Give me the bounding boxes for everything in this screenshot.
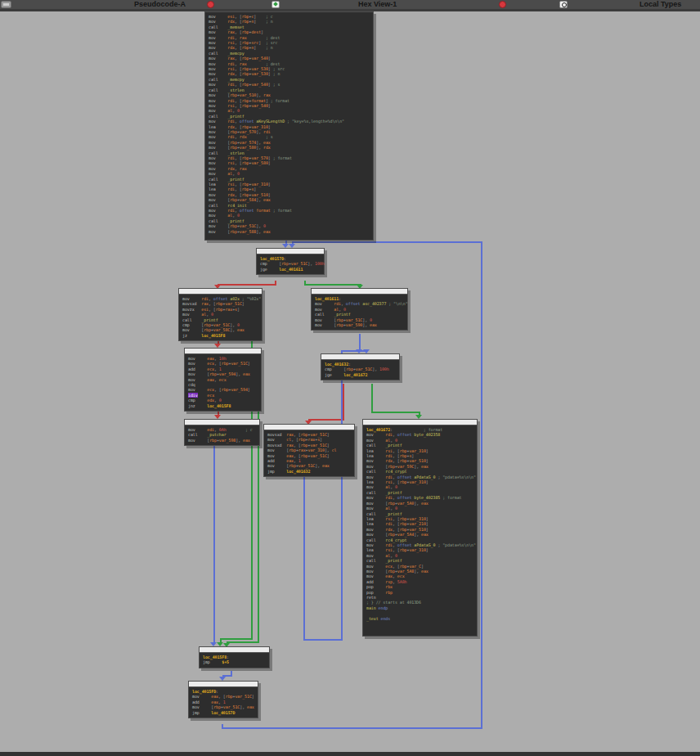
edge-segment [303,639,343,641]
graph-node-copy_body[interactable]: movsxd rax, [rbp+var_51C] mov cl, [rbp+r… [263,424,355,477]
red-dot-icon[interactable] [207,1,214,8]
green-diamond-icon [273,2,278,7]
node-title-bar[interactable] [200,647,269,653]
red-dot-icon[interactable] [499,1,506,8]
node-title-bar[interactable] [185,349,261,354]
edge-segment [371,412,419,413]
graph-node-loc_4015F8[interactable]: loc_4015F8: jmp $+5 [199,646,270,668]
edge-segment [213,446,215,643]
tab-local-types[interactable]: Local Types [639,0,681,9]
node-code: loc_401632: cmp [rbp+var_51C], 100h jge … [321,360,399,380]
status-strip [0,752,700,756]
graph-node-loc_4015FD[interactable]: loc_4015FD: mov eax, [rbp+var_51C] add e… [188,681,258,718]
graph-canvas[interactable]: mov esi, [rbp+c] ; c mov rdx, [rbp+n] ; … [0,0,700,756]
edge-segment [343,384,344,421]
node-title-bar[interactable] [312,289,407,295]
graph-node-loc_401672[interactable]: loc_401672: ; format mov rdi, offset byt… [362,419,478,637]
graph-node-newline[interactable]: mov edi, 0Ah ; c call _putchar mov [rbp+… [184,419,260,446]
graph-node-entry[interactable]: mov esi, [rbp+c] ; c mov rdx, [rbp+n] ; … [204,11,374,241]
ring-icon[interactable] [559,1,568,8]
node-title-bar[interactable] [257,249,324,254]
edge-segment [359,334,361,351]
node-title-bar[interactable] [363,420,477,425]
edge-segment [304,284,361,286]
edge-segment [227,641,259,643]
window-icon[interactable] [1,1,11,8]
node-title-bar[interactable] [179,289,262,295]
edge-segment [341,350,343,641]
edge-segment [481,241,482,729]
graph-node-mod_check[interactable]: mov eax, 10h mov ecx, [rbp+var_51C] add … [184,348,262,412]
node-code: mov rdi, offset a02x ; "%02x" movsxd rax… [179,295,262,340]
tab-bar: Pseudocode-A Hex View-1 Local Types [0,0,700,10]
node-code: loc_401672: ; format mov rdi, offset byt… [363,425,477,623]
edge-segment [218,284,276,286]
node-code: mov esi, [rbp+c] ; c mov rdx, [rbp+n] ; … [205,12,373,236]
edge-segment [303,475,305,641]
edge-segment [308,419,344,421]
graph-overview-icon[interactable] [271,1,280,8]
node-code: mov eax, 10h mov ecx, [rbp+var_51C] add … [185,354,261,411]
node-code: loc_40157D: cmp [rbp+var_51C], 100h jge … [257,254,324,274]
node-title-bar[interactable] [189,682,258,687]
graph-node-print_hex[interactable]: mov rdi, offset a02x ; "%02x" movsxd rax… [178,288,262,341]
tab-hex-view-1[interactable]: Hex View-1 [358,0,397,9]
edge-segment [220,638,253,640]
node-code: loc_4015F8: jmp $+5 [200,653,269,668]
graph-node-loc_401632[interactable]: loc_401632: cmp [rbp+var_51C], 100h jge … [321,353,400,380]
ida-graph-view: { "titlebar": { "tabs": [ {"label": "Pse… [0,0,700,756]
tab-pseudocode-a[interactable]: Pseudocode-A [134,0,186,9]
node-code: loc_401611: mov rdi, offset asc_402377 ;… [312,295,407,330]
node-code: mov edi, 0Ah ; c call _putchar mov [rbp+… [185,425,259,445]
edge-segment [292,241,482,243]
edge-segment [371,384,373,413]
dark-ring-icon [562,2,567,7]
node-title-bar[interactable] [321,354,399,360]
node-title-bar[interactable] [264,425,354,430]
node-code: movsxd rax, [rbp+var_51C] mov cl, [rbp+r… [264,430,354,476]
graph-node-loc_40157D[interactable]: loc_40157D: cmp [rbp+var_51C], 100h jge … [256,248,325,275]
graph-node-loc_401611[interactable]: loc_401611: mov rdi, offset asc_402377 ;… [311,288,408,331]
edge-segment [222,727,482,729]
node-title-bar[interactable] [185,420,259,425]
node-code: loc_4015FD: mov eax, [rbp+var_51C] add e… [189,687,258,718]
